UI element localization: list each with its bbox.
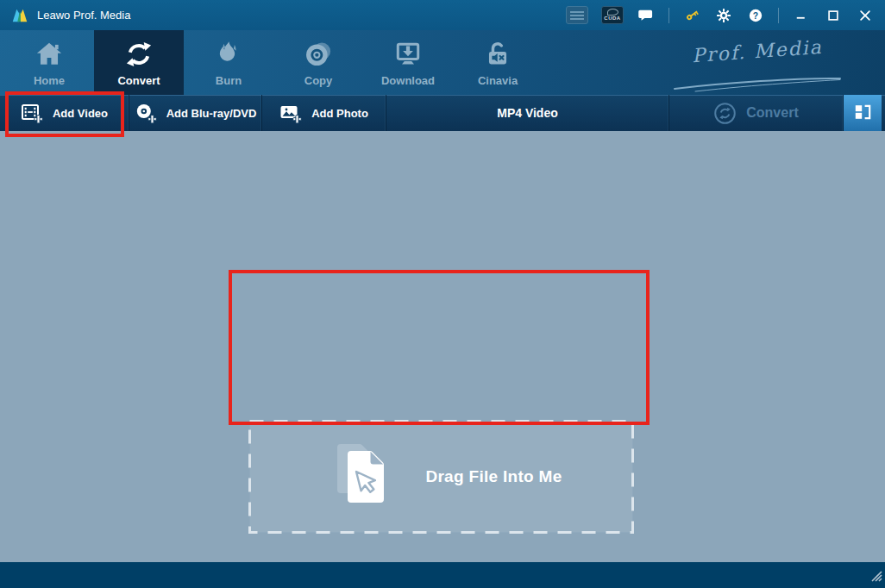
minimize-icon <box>794 8 809 23</box>
tab-label: Home <box>34 74 65 87</box>
tab-burn[interactable]: Burn <box>184 30 273 95</box>
cinavia-icon <box>482 39 513 70</box>
help-icon: ? <box>747 7 764 24</box>
format-selector[interactable]: MP4 Video <box>386 95 669 131</box>
drag-file-icon <box>320 437 399 516</box>
brand-signature: Prof. Media <box>692 36 824 67</box>
panel-toggle-icon <box>852 102 873 125</box>
drop-zone-content: Drag File Into Me <box>248 420 634 534</box>
drop-zone[interactable]: Drag File Into Me <box>248 420 634 534</box>
hardware-accel-badge <box>566 6 588 24</box>
content-area: Drag File Into Me <box>0 131 885 562</box>
tab-cinavia[interactable]: Cinavia <box>453 30 543 95</box>
app-title: Leawo Prof. Media <box>37 9 130 22</box>
tab-label: Download <box>381 74 435 87</box>
download-icon <box>392 39 424 70</box>
titlebar-controls: CUDA <box>566 6 875 25</box>
tab-label: Cinavia <box>478 74 518 87</box>
help-button[interactable]: ? <box>746 6 765 25</box>
convert-button[interactable]: Convert <box>669 95 844 131</box>
title-bar: Leawo Prof. Media CUDA <box>0 0 885 30</box>
convert-label: Convert <box>746 105 798 121</box>
titlebar-separator <box>778 8 779 23</box>
disc-plus-icon <box>135 102 157 124</box>
key-icon <box>683 6 701 24</box>
tab-home[interactable]: Home <box>4 30 94 95</box>
main-nav: Home Convert <box>0 30 885 95</box>
tab-convert[interactable]: Convert <box>94 30 184 95</box>
maximize-icon <box>825 8 841 23</box>
add-photo-label: Add Photo <box>311 107 368 120</box>
add-bluray-label: Add Blu-ray/DVD <box>166 107 257 120</box>
chat-icon <box>637 7 655 24</box>
register-button[interactable] <box>682 6 701 25</box>
format-label: MP4 Video <box>497 106 558 120</box>
settings-button[interactable] <box>714 6 733 25</box>
convert-action-icon <box>713 102 737 125</box>
add-photo-button[interactable]: Add Photo <box>262 95 386 131</box>
add-bluray-button[interactable]: Add Blu-ray/DVD <box>129 95 262 131</box>
maximize-button[interactable] <box>824 6 843 25</box>
sub-toolbar: Add Video Add Blu-ray/DVD <box>0 95 885 131</box>
nvidia-eye-icon <box>607 9 618 16</box>
svg-text:?: ? <box>753 10 758 20</box>
copy-icon <box>303 39 334 70</box>
tab-label: Burn <box>216 74 242 87</box>
titlebar-separator <box>668 8 669 23</box>
close-button[interactable] <box>856 6 875 25</box>
close-icon <box>857 8 873 23</box>
photo-plus-icon <box>279 102 302 124</box>
panel-toggle-button[interactable] <box>844 95 882 131</box>
brand-underline-icon <box>671 75 844 96</box>
feedback-button[interactable] <box>637 6 656 25</box>
minimize-button[interactable] <box>792 6 811 25</box>
resize-grip[interactable] <box>869 568 882 585</box>
tab-download[interactable]: Download <box>363 30 453 95</box>
status-bar <box>0 562 885 588</box>
tab-label: Copy <box>304 74 333 87</box>
film-plus-icon <box>21 102 43 124</box>
convert-icon <box>123 39 154 70</box>
add-video-label: Add Video <box>53 107 108 120</box>
home-icon <box>34 39 65 70</box>
app-window: Leawo Prof. Media CUDA <box>0 0 885 588</box>
tab-label: Convert <box>117 74 160 87</box>
burn-icon <box>213 39 244 70</box>
tab-copy[interactable]: Copy <box>273 30 363 95</box>
gear-icon <box>715 7 732 24</box>
drop-zone-label: Drag File Into Me <box>425 467 562 486</box>
add-video-button[interactable]: Add Video <box>0 95 129 131</box>
leawo-logo-icon <box>10 6 29 25</box>
cuda-badge: CUDA <box>601 6 624 24</box>
